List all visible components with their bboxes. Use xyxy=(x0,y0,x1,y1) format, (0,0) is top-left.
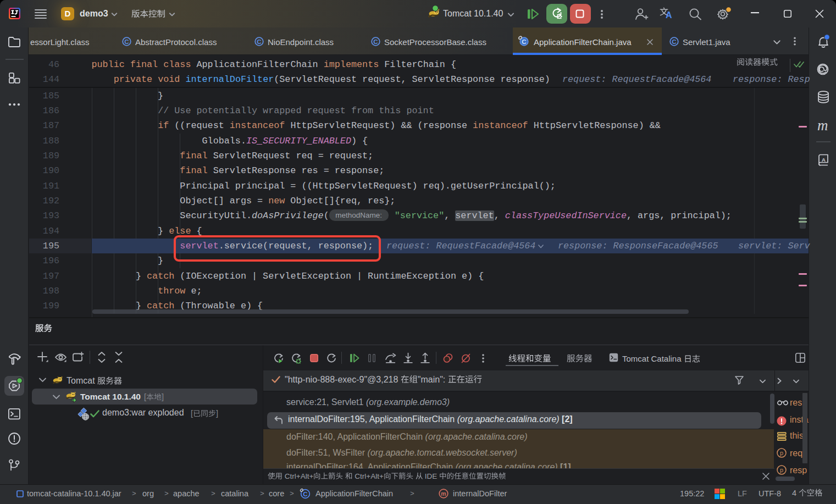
svg-text:C: C xyxy=(522,38,526,45)
svg-text:A: A xyxy=(822,157,826,163)
svg-text:C: C xyxy=(373,38,378,45)
svg-text:C: C xyxy=(124,38,129,45)
svg-text:m: m xyxy=(441,490,446,497)
svg-text:p: p xyxy=(780,467,783,473)
svg-text:p: p xyxy=(780,450,783,456)
svg-text:C: C xyxy=(303,491,307,497)
svg-text:C: C xyxy=(257,38,261,45)
svg-text:C: C xyxy=(672,38,676,45)
